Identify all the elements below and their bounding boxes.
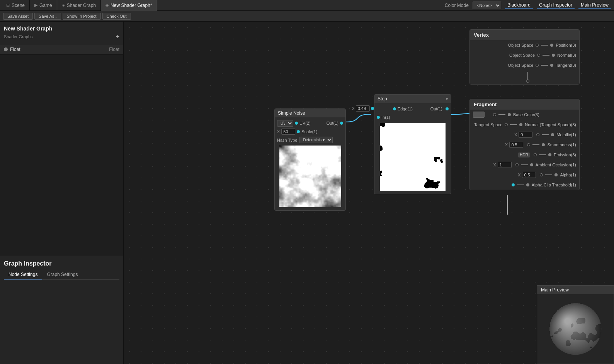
float-label: Float xyxy=(10,47,107,52)
tab-game[interactable]: ▶ Game xyxy=(30,0,57,11)
step-in-row: In(1) xyxy=(374,113,451,122)
vertex-normal-right-port xyxy=(552,54,555,57)
color-mode-label: Color Mode xyxy=(445,3,469,8)
save-asset-button[interactable]: Save Asset xyxy=(3,13,33,20)
vertex-normal-wire xyxy=(543,55,549,56)
fragment-normal-row: Tangent Space Normal (Tangent Space)(3) xyxy=(470,120,579,130)
main-preview-panel: Main Preview xyxy=(537,285,614,364)
graph-inspector-panel: Graph Inspector Node Settings Graph Sett… xyxy=(0,256,123,364)
step-edge-row: Edge(1) Out(1) xyxy=(374,105,451,113)
smoothness-field[interactable] xyxy=(509,142,523,148)
gi-content xyxy=(4,283,119,360)
vertex-tangent-left-port xyxy=(536,64,539,67)
tab-shader-graph[interactable]: ◈ Shader Graph xyxy=(57,0,101,11)
toolbar: Save Asset Save As . Show In Project Che… xyxy=(0,11,614,22)
scale-port xyxy=(297,130,300,133)
vertex-tangent-row: Object Space Tangent(3) xyxy=(470,60,579,70)
fragment-ao-row: X Ambient Occlusion(1) xyxy=(470,160,579,170)
vertex-normal-left-port xyxy=(537,54,540,57)
fragment-body: Base Color(3) Tangent Space Normal (Tang… xyxy=(470,110,579,190)
game-icon: ▶ xyxy=(34,3,37,8)
fragment-node: Fragment Base Color(3) Tangent Space xyxy=(469,99,580,190)
shader-graph-icon: ◈ xyxy=(62,3,65,8)
shader-graph-title: New Shader Graph xyxy=(4,25,119,32)
uv-input: UV0 xyxy=(277,120,293,127)
hash-type-row: Hash Type Determinist▾ xyxy=(275,136,345,144)
out-label: Out(1) xyxy=(327,121,338,125)
main-preview-header: Main Preview xyxy=(537,286,614,294)
tab-new-shader-graph[interactable]: ◈ New Shader Graph* xyxy=(101,0,157,11)
vertex-body: Object Space Position(3) Object Space No… xyxy=(470,40,579,70)
step-edge-value[interactable] xyxy=(356,105,370,112)
uv-type-select[interactable]: UV0 xyxy=(277,120,293,127)
vertex-header: Vertex xyxy=(470,30,579,40)
step-edge-right-port xyxy=(393,107,396,110)
check-out-button[interactable]: Check Out xyxy=(102,13,131,20)
step-expand-btn[interactable]: ▾ xyxy=(446,97,448,101)
vertex-node: Vertex Object Space Position(3) Object S… xyxy=(469,29,580,85)
float-type: Float xyxy=(109,47,119,52)
wire-noise-to-step-edge xyxy=(345,114,371,122)
fragment-emission-row: HDR Emission(3) xyxy=(470,150,579,160)
blackboard-preview xyxy=(0,55,123,256)
panel-bar-graph-inspector[interactable]: Graph Inspector xyxy=(537,2,575,9)
panel-bar-main-preview[interactable]: Main Preview xyxy=(578,2,611,9)
scale-field[interactable] xyxy=(281,129,295,135)
uv-label: UV(2) xyxy=(299,121,311,125)
vertex-position-wire xyxy=(541,45,548,46)
float-item: Float Float xyxy=(0,44,123,55)
step-out-port xyxy=(446,107,449,110)
fragment-basecolor-row: Base Color(3) xyxy=(470,110,579,120)
scene-icon: ⊞ xyxy=(6,3,10,8)
show-in-project-button[interactable]: Show In Project xyxy=(63,13,101,20)
vertex-normal-row: Object Space Normal(3) xyxy=(470,50,579,60)
simple-noise-body: UV0 UV(2) Out(1) X Scale(1) xyxy=(275,117,345,210)
new-shader-graph-icon: ◈ xyxy=(105,3,109,8)
canvas-area[interactable]: Simple Noise UV0 UV(2) Out(1) xyxy=(124,22,614,364)
add-shader-graph-button[interactable]: + xyxy=(116,33,119,40)
scale-input: X xyxy=(277,129,295,135)
graph-inspector-title: Graph Inspector xyxy=(4,260,119,267)
tab-node-settings[interactable]: Node Settings xyxy=(4,270,42,279)
panel-bar-blackboard[interactable]: Blackboard xyxy=(505,2,533,9)
fragment-alpha-clip-row: Alpha Clip Threshold(1) xyxy=(470,180,579,190)
uv-port xyxy=(295,122,298,125)
step-out-label: Out(1) xyxy=(430,107,442,111)
step-preview xyxy=(380,123,446,191)
tab-bar: ⊞ Scene ▶ Game ◈ Shader Graph ◈ New Shad… xyxy=(0,0,614,11)
vertex-position-left-port xyxy=(536,44,539,47)
fragment-header: Fragment xyxy=(470,99,579,110)
out-port xyxy=(340,122,343,125)
left-sidebar: New Shader Graph Shader Graphs + Float F… xyxy=(0,22,124,364)
fragment-basecolor-port xyxy=(493,113,496,116)
save-as-button[interactable]: Save As . xyxy=(34,13,61,20)
scale-label: Scale(1) xyxy=(301,129,317,134)
shader-graphs-sub: Shader Graphs + xyxy=(4,33,119,40)
step-header: Step ▾ xyxy=(374,95,451,103)
alpha-field[interactable] xyxy=(522,172,536,178)
ao-field[interactable] xyxy=(498,162,512,168)
hash-type-label: Hash Type xyxy=(277,138,297,142)
vertex-position-row: Object Space Position(3) xyxy=(470,40,579,50)
shader-graphs-panel: New Shader Graph Shader Graphs + xyxy=(0,22,123,44)
alpha-clip-port xyxy=(512,183,515,186)
metallic-field[interactable] xyxy=(519,132,532,138)
sphere-preview xyxy=(544,298,606,360)
hash-type-select[interactable]: Determinist▾ xyxy=(299,137,333,143)
tab-graph-settings[interactable]: Graph Settings xyxy=(42,270,82,279)
step-in-label: In(1) xyxy=(381,115,390,120)
tab-scene[interactable]: ⊞ Scene xyxy=(2,0,30,11)
simple-noise-node: Simple Noise UV0 UV(2) Out(1) xyxy=(274,108,346,211)
step-body: Edge(1) Out(1) In(1) xyxy=(374,103,451,194)
main-layout: New Shader Graph Shader Graphs + Float F… xyxy=(0,22,614,364)
scale-row: X Scale(1) xyxy=(275,127,345,136)
step-edge-label: Edge(1) xyxy=(398,107,413,111)
uv-row: UV0 UV(2) Out(1) xyxy=(275,119,345,127)
fragment-alpha-row: X Alpha(1) xyxy=(470,170,579,180)
color-mode-select[interactable]: <None> xyxy=(473,2,501,9)
fragment-smoothness-row: X Smoothness(1) xyxy=(470,140,579,150)
color-preview xyxy=(473,112,485,118)
gi-tabs: Node Settings Graph Settings xyxy=(4,270,119,280)
simple-noise-preview xyxy=(279,146,341,207)
float-dot xyxy=(4,47,8,51)
